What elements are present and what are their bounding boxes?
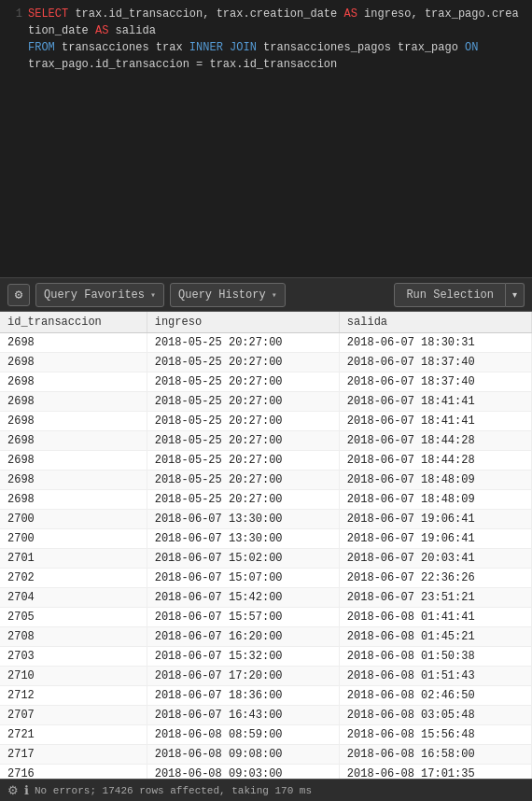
line-content: SELECT trax.id_transaccion, trax.creatio…	[28, 6, 525, 39]
sql-token: FROM	[28, 41, 55, 54]
table-cell: 2698	[0, 471, 147, 490]
table-body: 26982018-05-25 20:27:002018-06-07 18:30:…	[0, 333, 532, 780]
table-row[interactable]: 27002018-06-07 13:30:002018-06-07 19:06:…	[0, 510, 532, 529]
table-cell: 2018-06-07 22:36:26	[339, 569, 531, 588]
table-row[interactable]: 26982018-05-25 20:27:002018-06-07 18:41:…	[0, 412, 532, 431]
sql-token: trax.id_transaccion, trax.creation_date	[68, 7, 343, 21]
table-row[interactable]: 27122018-06-07 18:36:002018-06-08 02:46:…	[0, 686, 532, 706]
table-cell: 2018-06-07 13:30:00	[147, 529, 339, 549]
table-cell: 2018-06-08 08:59:00	[147, 725, 339, 745]
table-cell: 2018-06-08 01:45:21	[339, 627, 531, 647]
editor-line: trax_pago.id_transaccion = trax.id_trans…	[7, 56, 525, 73]
query-favorites-button[interactable]: Query Favorites ▾	[35, 283, 164, 307]
table-row[interactable]: 26982018-05-25 20:27:002018-06-07 18:44:…	[0, 431, 532, 451]
chevron-down-icon: ▾	[512, 289, 517, 300]
table-cell: 2716	[0, 765, 147, 780]
table-row[interactable]: 27172018-06-08 09:08:002018-06-08 16:58:…	[0, 745, 532, 765]
table-cell: 2018-05-25 20:27:00	[147, 392, 339, 412]
table-cell: 2018-06-07 18:36:00	[147, 686, 339, 706]
table-cell: 2018-06-07 15:07:00	[147, 569, 339, 588]
table-cell: 2018-06-07 18:41:41	[339, 392, 531, 412]
gear-icon: ⚙	[15, 287, 22, 302]
line-content: FROM transacciones trax INNER JOIN trans…	[28, 39, 525, 56]
table-cell: 2018-06-08 03:05:48	[339, 706, 531, 725]
statusbar-gear-button[interactable]: ⚙	[7, 783, 19, 797]
table-cell: 2018-05-25 20:27:00	[147, 372, 339, 392]
table-row[interactable]: 27162018-06-08 09:03:002018-06-08 17:01:…	[0, 765, 532, 780]
table-row[interactable]: 27212018-06-08 08:59:002018-06-08 15:56:…	[0, 725, 532, 745]
info-icon: ℹ	[24, 783, 29, 797]
column-header: salida	[339, 312, 531, 333]
table-cell: 2698	[0, 353, 147, 372]
table-cell: 2707	[0, 706, 147, 725]
editor-line: 1SELECT trax.id_transaccion, trax.creati…	[7, 6, 525, 39]
chevron-down-icon: ▾	[272, 289, 277, 301]
status-text: No errors; 17426 rows affected, taking 1…	[35, 785, 312, 796]
table-row[interactable]: 26982018-05-25 20:27:002018-06-07 18:30:…	[0, 333, 532, 353]
table-cell: 2018-06-07 18:41:41	[339, 412, 531, 431]
table-row[interactable]: 27102018-06-07 17:20:002018-06-08 01:51:…	[0, 667, 532, 686]
toolbar: ⚙ Query Favorites ▾ Query History ▾ Run …	[0, 278, 532, 312]
sql-token: transacciones trax	[55, 41, 189, 54]
table-cell: 2018-06-07 18:37:40	[339, 372, 531, 392]
table-cell: 2701	[0, 549, 147, 569]
table-cell: 2018-06-08 01:50:38	[339, 647, 531, 667]
results-table: id_transaccioningresosalida 26982018-05-…	[0, 312, 532, 779]
table-cell: 2018-06-07 18:48:09	[339, 490, 531, 510]
run-selection-button[interactable]: Run Selection	[394, 283, 506, 307]
chevron-down-icon: ▾	[150, 289, 156, 301]
table-cell: 2698	[0, 392, 147, 412]
table-cell: 2698	[0, 372, 147, 392]
table-row[interactable]: 27002018-06-07 13:30:002018-06-07 19:06:…	[0, 529, 532, 549]
table-row[interactable]: 27052018-06-07 15:57:002018-06-08 01:41:…	[0, 608, 532, 627]
table-cell: 2698	[0, 451, 147, 471]
table-row[interactable]: 26982018-05-25 20:27:002018-06-07 18:48:…	[0, 471, 532, 490]
table-cell: 2018-06-08 01:41:41	[339, 608, 531, 627]
statusbar: ⚙ ℹ No errors; 17426 rows affected, taki…	[0, 779, 532, 801]
statusbar-info-button[interactable]: ℹ	[24, 783, 29, 797]
table-cell: 2018-06-07 17:20:00	[147, 667, 339, 686]
table-cell: 2721	[0, 725, 147, 745]
table-cell: 2018-06-07 15:32:00	[147, 647, 339, 667]
table-cell: 2018-06-07 15:42:00	[147, 588, 339, 608]
sql-token: INNER JOIN	[189, 41, 257, 54]
table-cell: 2018-06-07 18:30:31	[339, 333, 531, 353]
table-cell: 2698	[0, 431, 147, 451]
table-cell: 2018-05-25 20:27:00	[147, 471, 339, 490]
table-row[interactable]: 27072018-06-07 16:43:002018-06-08 03:05:…	[0, 706, 532, 725]
table-row[interactable]: 26982018-05-25 20:27:002018-06-07 18:44:…	[0, 451, 532, 471]
sql-token: transacciones_pagos trax_pago	[257, 41, 465, 54]
table-row[interactable]: 27022018-06-07 15:07:002018-06-07 22:36:…	[0, 569, 532, 588]
table-cell: 2702	[0, 569, 147, 588]
table-row[interactable]: 27082018-06-07 16:20:002018-06-08 01:45:…	[0, 627, 532, 647]
table-cell: 2018-05-25 20:27:00	[147, 431, 339, 451]
table-row[interactable]: 26982018-05-25 20:27:002018-06-07 18:37:…	[0, 372, 532, 392]
query-history-button[interactable]: Query History ▾	[170, 283, 286, 307]
table-row[interactable]: 27032018-06-07 15:32:002018-06-08 01:50:…	[0, 647, 532, 667]
table-cell: 2018-06-07 20:03:41	[339, 549, 531, 569]
table-row[interactable]: 27042018-06-07 15:42:002018-06-07 23:51:…	[0, 588, 532, 608]
table-cell: 2018-06-07 13:30:00	[147, 510, 339, 529]
column-header: id_transaccion	[0, 312, 147, 333]
run-selection-dropdown-button[interactable]: ▾	[506, 283, 525, 307]
table-row[interactable]: 26982018-05-25 20:27:002018-06-07 18:37:…	[0, 353, 532, 372]
table-cell: 2700	[0, 510, 147, 529]
table-cell: 2018-05-25 20:27:00	[147, 451, 339, 471]
table-cell: 2018-06-08 01:51:43	[339, 667, 531, 686]
run-selection-container: Run Selection ▾	[394, 283, 525, 307]
line-content: trax_pago.id_transaccion = trax.id_trans…	[28, 56, 525, 73]
table-cell: 2708	[0, 627, 147, 647]
table-cell: 2700	[0, 529, 147, 549]
table-cell: 2710	[0, 667, 147, 686]
table-cell: 2018-06-07 15:57:00	[147, 608, 339, 627]
table-cell: 2698	[0, 412, 147, 431]
table-row[interactable]: 26982018-05-25 20:27:002018-06-07 18:48:…	[0, 490, 532, 510]
table-row[interactable]: 26982018-05-25 20:27:002018-06-07 18:41:…	[0, 392, 532, 412]
gear-button[interactable]: ⚙	[7, 284, 30, 306]
table-cell: 2018-06-08 09:03:00	[147, 765, 339, 780]
table-cell: 2018-06-07 18:37:40	[339, 353, 531, 372]
table-row[interactable]: 27012018-06-07 15:02:002018-06-07 20:03:…	[0, 549, 532, 569]
results-panel[interactable]: id_transaccioningresosalida 26982018-05-…	[0, 312, 532, 779]
table-cell: 2018-05-25 20:27:00	[147, 333, 339, 353]
sql-editor[interactable]: 1SELECT trax.id_transaccion, trax.creati…	[0, 0, 532, 278]
